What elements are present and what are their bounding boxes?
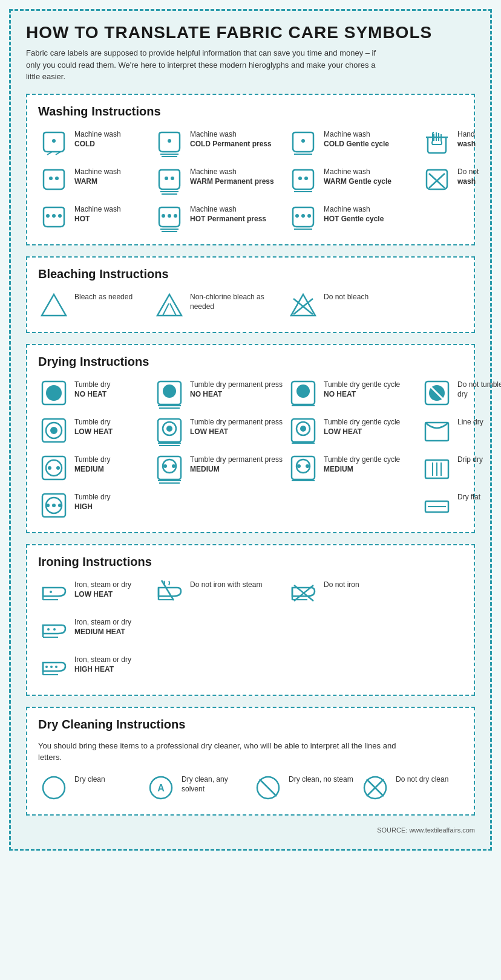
tumble-gentle-low-heat: Tumble dry gentle cycle LOW HEAT xyxy=(287,415,418,446)
dry-flat-text: Dry flat xyxy=(457,490,480,502)
svg-point-28 xyxy=(295,214,299,218)
wash-hot-gentle-icon xyxy=(287,202,319,233)
svg-point-15 xyxy=(298,177,302,180)
wash-warm-perm-icon xyxy=(154,164,185,196)
wash-cold-perm-text: Machine wash COLD Permanent press xyxy=(190,127,272,150)
wash-cold-icon xyxy=(38,127,70,158)
svg-marker-36 xyxy=(291,294,315,316)
do-not-bleach-text: Do not bleach xyxy=(324,290,368,302)
drying-grid: Tumble dry NO HEAT Tumble dry permanent … xyxy=(38,377,463,521)
tumble-gentle-medium-icon xyxy=(287,452,319,484)
svg-point-25 xyxy=(174,214,177,218)
tumble-gentle-no-heat-icon xyxy=(287,377,319,409)
drying-empty-1 xyxy=(154,490,284,521)
do-not-iron-steam-text: Do not iron with steam xyxy=(190,577,262,590)
svg-point-86 xyxy=(52,504,56,507)
tumble-perm-no-heat-icon xyxy=(154,377,185,409)
svg-point-3 xyxy=(168,139,171,143)
wash-hot-perm-icon xyxy=(154,202,185,233)
svg-line-113 xyxy=(260,779,277,796)
hand-wash-icon xyxy=(421,127,453,158)
wash-warm: Machine wash WARM xyxy=(38,164,150,196)
tumble-low-heat-text: Tumble dry LOW HEAT xyxy=(74,415,113,438)
drying-section: Drying Instructions Tumble dry NO HEAT xyxy=(26,344,475,533)
wash-cold: Machine wash COLD xyxy=(38,127,150,158)
svg-point-85 xyxy=(46,504,50,507)
svg-point-16 xyxy=(304,177,308,180)
tumble-gentle-medium: Tumble dry gentle cycle MEDIUM xyxy=(287,452,418,484)
svg-point-42 xyxy=(163,385,176,398)
svg-point-40 xyxy=(46,385,62,401)
iron-high: Iron, steam or dry HIGH HEAT xyxy=(38,652,150,684)
tumble-medium-icon xyxy=(38,452,70,484)
dry-cleaning-title: Dry Cleaning Instructions xyxy=(38,718,463,732)
tumble-gentle-low-heat-icon xyxy=(287,415,319,446)
svg-point-102 xyxy=(47,628,50,631)
page-title: HOW TO TRANSLATE FABRIC CARE SYMBOLS xyxy=(26,23,475,42)
svg-point-46 xyxy=(296,385,310,398)
iron-low-icon xyxy=(38,577,70,609)
svg-point-6 xyxy=(301,139,305,143)
wash-warm-gentle-text: Machine wash WARM Gentle cycle xyxy=(324,164,391,187)
dry-clean-no-steam-text: Dry clean, no steam xyxy=(289,772,353,785)
tumble-high: Tumble dry HIGH xyxy=(38,490,150,521)
dry-clean-any-solvent-text: Dry clean, any solvent xyxy=(182,772,249,795)
svg-point-29 xyxy=(301,214,305,218)
do-not-tumble-dry-text: Do not tumble dry xyxy=(457,377,501,400)
tumble-no-heat: Tumble dry NO HEAT xyxy=(38,377,150,409)
tumble-perm-medium: Tumble dry permanent press MEDIUM xyxy=(154,452,284,484)
wash-hot-icon xyxy=(38,202,70,233)
do-not-tumble-dry: Do not tumble dry xyxy=(421,377,501,409)
svg-point-56 xyxy=(166,426,172,432)
wash-warm-gentle-icon xyxy=(287,164,319,196)
tumble-perm-low-heat-text: Tumble dry permanent press LOW HEAT xyxy=(190,415,283,438)
dry-clean-any-solvent-icon: A xyxy=(145,772,177,803)
tumble-perm-no-heat: Tumble dry permanent press NO HEAT xyxy=(154,377,284,409)
bleach-non-chlorine-icon xyxy=(154,290,185,321)
tumble-high-icon xyxy=(38,490,70,521)
drip-dry-text: Drip dry xyxy=(457,452,483,465)
do-not-dry-clean: Do not dry clean xyxy=(359,772,463,803)
do-not-iron-text: Do not iron xyxy=(324,577,359,590)
iron-medium-icon xyxy=(38,615,70,646)
iron-low-text: Iron, steam or dry LOW HEAT xyxy=(74,577,131,600)
washing-title: Washing Instructions xyxy=(38,105,463,118)
do-not-wash-icon xyxy=(421,164,453,196)
ironing-title: Ironing Instructions xyxy=(38,555,463,569)
tumble-perm-no-heat-text: Tumble dry permanent press NO HEAT xyxy=(190,377,283,400)
dry-clean-grid: Dry clean A Dry clean, any solvent xyxy=(38,772,463,803)
wash-warm-perm-text: Machine wash WARM Permanent press xyxy=(190,164,274,187)
svg-point-66 xyxy=(48,466,51,470)
drip-dry: Drip dry xyxy=(421,452,501,484)
bleaching-title: Bleaching Instructions xyxy=(38,267,463,281)
iron-empty2 xyxy=(287,615,418,646)
drying-title: Drying Instructions xyxy=(38,355,463,369)
do-not-iron-steam-icon xyxy=(154,577,185,609)
svg-point-109 xyxy=(43,777,65,799)
dry-clean: Dry clean xyxy=(38,772,142,803)
do-not-dry-clean-text: Do not dry clean xyxy=(396,772,448,785)
wash-hot-gentle-text: Machine wash HOT Gentle cycle xyxy=(324,202,384,225)
svg-line-95 xyxy=(162,580,174,600)
svg-point-71 xyxy=(172,464,175,468)
bleach-needed-text: Bleach as needed xyxy=(74,290,133,302)
wash-warm-gentle: Machine wash WARM Gentle cycle xyxy=(287,164,418,196)
tumble-perm-low-heat-icon xyxy=(154,415,185,446)
wash-warm-icon xyxy=(38,164,70,196)
iron-low: Iron, steam or dry LOW HEAT xyxy=(38,577,150,609)
tumble-perm-medium-icon xyxy=(154,452,185,484)
svg-point-61 xyxy=(300,426,306,432)
svg-point-76 xyxy=(297,464,301,468)
dry-clean-no-steam-icon xyxy=(252,772,284,803)
tumble-no-heat-text: Tumble dry NO HEAT xyxy=(74,377,111,400)
ironing-section: Ironing Instructions Iron, steam or dry … xyxy=(26,544,475,696)
wash-hot: Machine wash HOT xyxy=(38,202,150,233)
svg-text:A: A xyxy=(157,783,165,793)
tumble-gentle-no-heat-text: Tumble dry gentle cycle NO HEAT xyxy=(324,377,400,400)
tumble-medium: Tumble dry MEDIUM xyxy=(38,452,150,484)
svg-point-0 xyxy=(52,139,56,143)
tumble-high-text: Tumble dry HIGH xyxy=(74,490,111,513)
wash-warm-perm: Machine wash WARM Permanent press xyxy=(154,164,284,196)
hand-wash-text: Hand wash xyxy=(457,127,476,150)
svg-point-87 xyxy=(58,504,62,507)
